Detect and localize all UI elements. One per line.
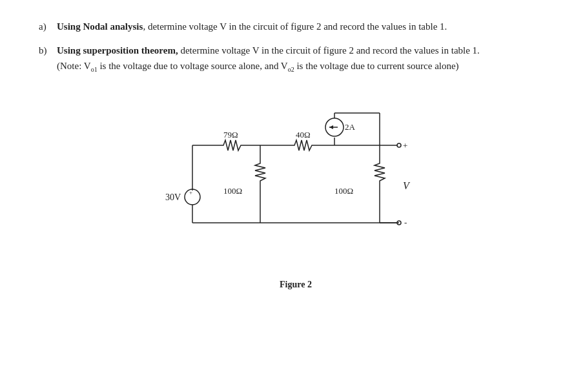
svg-text:V: V [403, 180, 411, 191]
figure-caption: Figure 2 [280, 280, 312, 290]
figure-area: + 30V 79Ω 100Ω [39, 94, 553, 290]
svg-text:-: - [404, 218, 407, 227]
svg-text:30V: 30V [165, 192, 181, 202]
question-b-text: Using superposition theorem, determine v… [57, 43, 553, 74]
question-a-text: Using Nodal analysis, determine voltage … [57, 19, 553, 34]
svg-text:100Ω: 100Ω [334, 186, 353, 196]
svg-marker-16 [329, 125, 333, 129]
question-b-label: b) [39, 43, 57, 74]
svg-text:2A: 2A [345, 122, 356, 132]
question-a-label: a) [39, 19, 57, 34]
circuit-diagram: + 30V 79Ω 100Ω [154, 94, 438, 274]
svg-text:+: + [403, 141, 407, 150]
svg-text:+: + [189, 189, 192, 196]
question-b: b) Using superposition theorem, determin… [39, 43, 553, 74]
question-a-bold: Using Nodal analysis [57, 21, 143, 32]
svg-text:100Ω: 100Ω [223, 186, 242, 196]
svg-text:40Ω: 40Ω [296, 130, 311, 139]
question-a: a) Using Nodal analysis, determine volta… [39, 19, 553, 34]
content-area: a) Using Nodal analysis, determine volta… [39, 19, 553, 290]
svg-text:79Ω: 79Ω [223, 130, 238, 139]
question-b-bold: Using superposition theorem, [57, 45, 178, 56]
